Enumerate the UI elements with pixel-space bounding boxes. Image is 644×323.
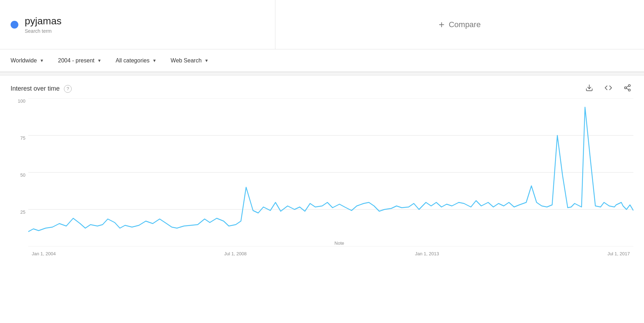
period-label: 2004 - present (58, 57, 94, 64)
category-filter[interactable]: All categories ▼ (115, 57, 156, 64)
compare-plus-icon: + (439, 19, 445, 30)
share-button[interactable] (621, 83, 633, 95)
y-label-75: 75 (20, 135, 25, 141)
chart-note: Note (334, 240, 344, 246)
svg-line-4 (626, 88, 628, 90)
term-text-group: pyjamas Search term (25, 15, 61, 34)
download-icon (585, 84, 593, 92)
region-filter[interactable]: Worldwide ▼ (11, 57, 44, 64)
term-color-dot (11, 21, 18, 29)
chart-section: Interest over time ? (0, 75, 644, 264)
chart-actions (583, 83, 633, 95)
term-name: pyjamas (25, 15, 61, 27)
svg-line-5 (626, 86, 628, 87)
header: pyjamas Search term + Compare (0, 0, 644, 49)
compare-label: Compare (449, 20, 481, 29)
x-axis: Jan 1, 2004 Jul 1, 2008 Jan 1, 2013 Jul … (28, 246, 633, 261)
category-chevron-icon: ▼ (152, 58, 156, 63)
x-label-2008: Jul 1, 2008 (224, 251, 247, 256)
type-label: Web Search (171, 57, 202, 64)
type-chevron-icon: ▼ (204, 58, 209, 63)
compare-area[interactable]: + Compare (275, 19, 644, 30)
trend-line-chart (28, 98, 633, 246)
filters-bar: Worldwide ▼ 2004 - present ▼ All categor… (0, 49, 644, 72)
region-label: Worldwide (11, 57, 37, 64)
y-axis: 100 75 50 25 (11, 98, 28, 246)
trend-polyline (28, 107, 633, 232)
chart-title: Interest over time (11, 85, 60, 92)
chart-title-group: Interest over time ? (11, 85, 72, 93)
share-icon (624, 84, 631, 92)
region-chevron-icon: ▼ (40, 58, 44, 63)
embed-icon (604, 84, 612, 92)
compare-button[interactable]: + Compare (439, 19, 481, 30)
help-icon[interactable]: ? (64, 85, 72, 93)
search-term-area: pyjamas Search term (0, 0, 275, 49)
y-label-50: 50 (20, 172, 25, 178)
type-filter[interactable]: Web Search ▼ (171, 57, 209, 64)
period-filter[interactable]: 2004 - present ▼ (58, 57, 101, 64)
y-label-100: 100 (18, 98, 25, 104)
x-label-2013: Jan 1, 2013 (415, 251, 439, 256)
x-label-2017: Jul 1, 2017 (607, 251, 630, 256)
x-label-2004: Jan 1, 2004 (32, 251, 56, 256)
chart-header: Interest over time ? (11, 83, 633, 95)
chart-container: 100 75 50 25 Note Jan 1, 2004 (11, 98, 633, 261)
period-chevron-icon: ▼ (97, 58, 101, 63)
chart-plot-area (28, 98, 633, 246)
download-button[interactable] (583, 83, 595, 95)
embed-button[interactable] (602, 83, 614, 95)
category-label: All categories (115, 57, 149, 64)
term-label: Search term (25, 28, 61, 34)
section-divider (0, 72, 644, 75)
y-label-25: 25 (20, 209, 25, 215)
